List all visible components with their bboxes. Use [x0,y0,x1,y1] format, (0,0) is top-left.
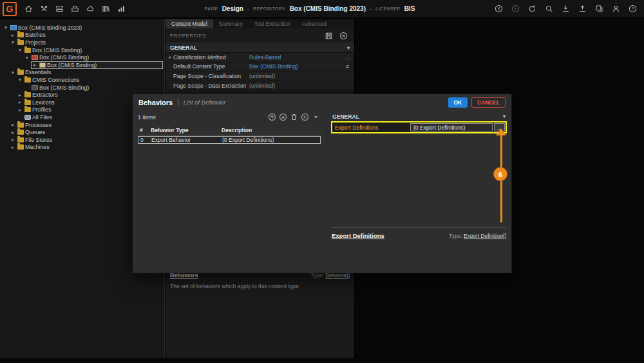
tree-item[interactable]: ▾CMIS Connections [0,76,164,84]
ellipsis-button[interactable]: … [343,54,352,61]
properties-header: PROPERTIES [166,28,354,43]
tree-item[interactable]: ▸Box (CMIS Binding) [31,61,163,69]
licensee-value: BIS [404,5,415,12]
items-count: 1 items [138,114,156,121]
property-label: Page Scope - Classification [173,73,249,79]
behavior-list-panel: 1 items # Behavior Type Description 0Exp… [133,110,326,273]
close-icon[interactable] [337,29,350,42]
column-header-index[interactable]: # [138,127,151,133]
connection-icon [32,85,38,90]
folder-icon [24,100,31,105]
tab-test-extraction[interactable]: Test Extraction [249,19,296,28]
expand-icon[interactable]: ▸ [10,144,16,150]
tab-content-model[interactable]: Content Model [166,19,213,28]
property-row[interactable]: Page Scope - Data Extraction(unlimited) [166,81,354,91]
property-row[interactable]: Page Scope - Classification(unlimited) [166,72,354,81]
save-icon[interactable] [322,29,335,42]
page-value[interactable]: Design [222,5,243,12]
expand-icon[interactable]: ▸ [17,107,23,113]
stats-icon[interactable] [115,3,128,15]
expand-icon[interactable]: ▸ [32,62,38,68]
collapse-icon[interactable]: ▾ [17,77,23,83]
tree-item-label: Queues [25,129,45,135]
type-link[interactable]: Export Definition[] [464,233,506,239]
tree-item[interactable]: ▸Batches [0,32,164,39]
property-row[interactable]: ▸Classification MethodRules-Based… [166,53,354,63]
page-label: PAGE [205,6,218,11]
tree-item-label: CMIS Connections [32,77,79,83]
tab-advanced[interactable]: Advanced [296,19,332,28]
detail-general-bar[interactable]: GENERAL [331,112,507,121]
repository-value[interactable]: Box (CMIS Binding 2023) [290,5,366,12]
user-icon[interactable] [609,3,622,15]
column-header-behavior-type[interactable]: Behavior Type [151,127,222,133]
add-menu-icon[interactable] [311,112,321,122]
chevron-down-icon[interactable] [347,45,350,51]
expand-icon[interactable]: ▸ [167,54,173,60]
tree-item[interactable]: Box (CMIS Binding) [0,84,164,92]
home-icon[interactable] [22,3,35,15]
search-icon[interactable] [542,3,555,15]
top-bar: G PAGE Design - REPOSITORY Box (CMIS Bin… [0,0,644,18]
chevron-down-icon[interactable] [503,113,506,119]
help-icon[interactable]: ? [626,3,639,15]
library-icon[interactable] [99,3,112,15]
forward-icon[interactable] [509,3,522,15]
download-icon[interactable] [559,3,572,15]
column-header-description[interactable]: Description [222,127,321,133]
properties-toolbar [322,29,350,42]
property-row[interactable]: Default Content TypeBox (CMIS Binding)≡ [166,63,354,72]
app-logo[interactable]: G [3,2,17,16]
folder-icon [24,92,31,97]
expand-icon[interactable]: ▸ [10,122,16,128]
content-type-icon [39,63,46,68]
property-label: Page Scope - Data Extraction [173,83,249,89]
back-icon[interactable] [492,3,505,15]
delete-icon[interactable] [289,112,299,122]
property-value[interactable]: (0 Export Definitions) [410,123,493,132]
refresh-icon[interactable] [526,3,538,15]
ok-button[interactable]: OK [448,97,468,108]
folder-icon [17,130,24,135]
move-up-icon[interactable] [267,112,277,122]
expand-icon[interactable]: ▸ [10,130,16,135]
tab-bar: Content ModelSummaryTest ExtractionAdvan… [166,19,354,28]
scanner-icon[interactable] [68,3,81,15]
tree-item-label: Box (CMIS Binding) [39,84,89,91]
dialog-header: Behaviors | List of Behavior OK CANCEL [133,94,511,110]
batches-icon[interactable] [53,3,66,15]
stack-icon[interactable] [592,3,605,15]
separator: - [247,6,249,12]
general-section-bar[interactable]: GENERAL [166,43,354,53]
tree-item[interactable]: ▾Box (CMIS Binding) [0,54,164,61]
collapse-icon[interactable]: ▾ [10,39,16,45]
row-index: 0 [138,137,151,143]
cancel-button[interactable]: CANCEL [471,97,506,108]
collapse-icon[interactable]: ▾ [10,70,16,75]
export-definitions-row[interactable]: Export Definitions (0 Export Definitions… [331,121,507,133]
collapse-icon[interactable]: ▾ [24,55,30,61]
tools-icon[interactable] [37,3,50,15]
collapse-icon[interactable]: ▾ [17,47,23,53]
folder-icon [17,70,24,75]
help-description: The set of behaviors which apply to this… [170,283,350,289]
add-icon[interactable] [300,112,310,122]
tree-item[interactable]: ▾Box (CMIS Binding) [0,46,164,54]
move-down-icon[interactable] [278,112,288,122]
tree-item[interactable]: ▾Essentials [0,69,164,77]
dialog-title-separator: | [177,99,179,106]
tree-item-label: Machines [25,144,50,150]
tree-item[interactable]: ▾Projects [0,39,164,46]
expand-icon[interactable]: ▸ [10,137,16,142]
tree-item-label: Projects [25,39,46,46]
tab-summary[interactable]: Summary [213,19,249,28]
expand-icon[interactable]: ▸ [17,92,23,98]
upload-icon[interactable] [576,3,589,15]
collapse-icon[interactable]: ▾ [3,25,9,30]
expand-icon[interactable]: ▸ [17,99,23,105]
table-row[interactable]: 0Export Behavior(0 Export Definitions) [138,136,321,144]
cloud-icon[interactable] [84,3,97,15]
tree-item[interactable]: ▾Box (CMIS Binding 2023) [0,24,164,32]
menu-button[interactable]: ≡ [343,63,352,70]
expand-icon[interactable]: ▸ [10,32,16,38]
